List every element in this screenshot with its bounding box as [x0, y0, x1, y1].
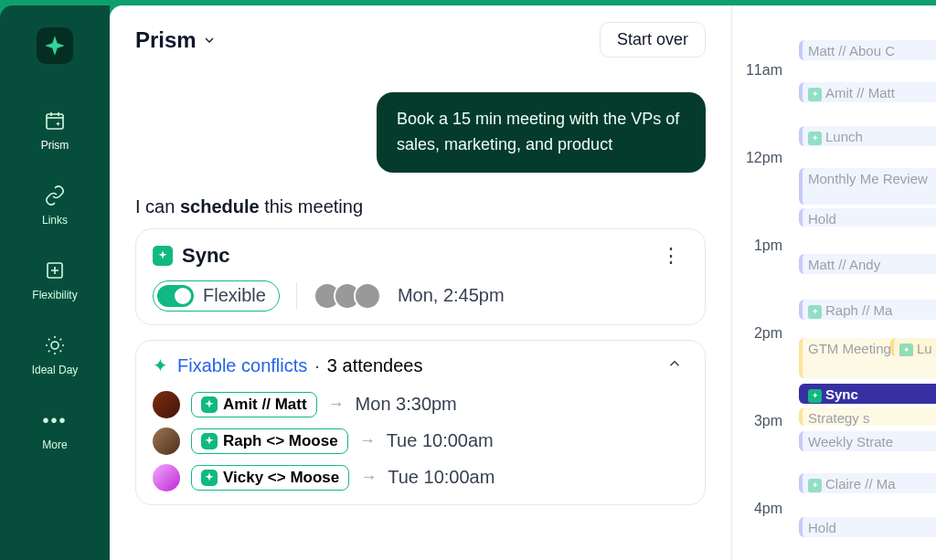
- avatar: [354, 282, 381, 310]
- chevron-down-icon: [202, 33, 217, 48]
- calendar-event[interactable]: Matt // Andy: [799, 254, 936, 274]
- collapse-conflicts-button[interactable]: [661, 354, 688, 378]
- main-header: Prism Start over: [135, 22, 706, 58]
- calendar-day-view[interactable]: Matt // Abou CAmit // MattLunchMonthly M…: [731, 5, 936, 560]
- attendee-count: 3 attendees: [327, 355, 423, 376]
- fixable-conflicts-link[interactable]: Fixable conflicts: [177, 355, 307, 376]
- calendar-event-title: Hold: [808, 211, 836, 227]
- avatar: [153, 391, 180, 418]
- flexible-label: Flexible: [203, 285, 266, 306]
- calendar-event-title: GTM Meeting: [808, 341, 891, 356]
- sparkle-badge-icon: [808, 479, 822, 492]
- flex-icon: [42, 258, 68, 283]
- user-prompt-bubble: Book a 15 min meeting with the VPs of sa…: [377, 92, 706, 173]
- page-title-text: Prism: [135, 27, 197, 53]
- calendar-event[interactable]: Lunch: [799, 126, 936, 146]
- avatar: [153, 464, 180, 491]
- conflict-event-name: Raph <> Moose: [223, 432, 338, 450]
- calendar-event[interactable]: Hold: [799, 208, 936, 227]
- flexible-toggle[interactable]: Flexible: [153, 280, 280, 312]
- sidebar-item-ideal-day[interactable]: Ideal Day: [25, 329, 86, 380]
- calendar-event[interactable]: Matt // Abou C: [799, 40, 936, 60]
- sidebar-item-more[interactable]: ••• More: [35, 404, 75, 455]
- calendar-event-title: Hold: [808, 520, 836, 535]
- calendar-event[interactable]: Amit // Matt: [799, 82, 936, 102]
- meeting-more-menu[interactable]: ⋮: [654, 242, 688, 269]
- arrow-right-icon: →: [359, 431, 376, 450]
- calendar-event-title: Amit // Matt: [825, 85, 895, 100]
- sidebar-item-links[interactable]: Links: [35, 179, 75, 230]
- prism-logo-icon: [43, 34, 67, 58]
- sidebar-item-prism[interactable]: Prism: [34, 104, 77, 155]
- calendar-event[interactable]: Weekly Strate: [799, 431, 936, 451]
- conflict-event-tag[interactable]: Raph <> Moose: [191, 428, 348, 454]
- calendar-event-title: Lunch: [825, 129, 863, 144]
- avatar: [153, 428, 180, 455]
- conflict-event-tag[interactable]: Amit // Matt: [191, 392, 317, 417]
- meeting-suggestion-card[interactable]: Sync ⋮ Flexible Mon, 2:45pm: [135, 228, 706, 325]
- sparkle-badge-icon: [899, 343, 913, 356]
- calendar-event-title: Weekly Strate: [808, 434, 893, 449]
- assistant-response-line: I can schedule this meeting: [135, 196, 706, 217]
- sidebar-item-label: Prism: [41, 139, 69, 152]
- svg-point-2: [51, 342, 58, 349]
- sparkle-badge-icon: [808, 389, 822, 403]
- conflict-new-time: Tue 10:00am: [387, 430, 494, 451]
- sparkle-badge-icon: [808, 88, 822, 101]
- sidebar-item-flexibility[interactable]: Flexibility: [25, 254, 84, 305]
- more-dots-icon: •••: [42, 407, 68, 433]
- sidebar-item-label: Flexibility: [32, 289, 77, 301]
- conflict-event-name: Vicky <> Moose: [223, 469, 339, 487]
- conflicts-card: ✦ Fixable conflicts · 3 attendees Amit /…: [135, 340, 706, 505]
- calendar-event[interactable]: Strategy s: [799, 407, 936, 426]
- calendar-event-title: Matt // Abou C: [808, 43, 895, 58]
- main-panel: Prism Start over Book a 15 min meeting w…: [110, 5, 731, 560]
- calendar-event-title: Raph // Ma: [825, 302, 892, 318]
- sidebar-item-label: Links: [42, 214, 68, 227]
- hour-label: 4pm: [754, 501, 782, 517]
- calendar-event[interactable]: Monthly Me Review: [799, 168, 936, 205]
- calendar-event[interactable]: Lu: [890, 338, 936, 356]
- calendar-event-title: Lu: [917, 341, 932, 356]
- svg-rect-0: [47, 114, 63, 129]
- vertical-divider: [296, 282, 297, 310]
- calendar-event[interactable]: Hold: [799, 517, 936, 537]
- sparkle-badge-icon: [808, 305, 822, 319]
- calendar-event-proposed[interactable]: Sync: [799, 384, 936, 404]
- calendar-event-title: Strategy s: [808, 410, 870, 426]
- sparkle-badge-icon: [153, 246, 173, 266]
- sidebar: Prism Links Flexibility Ideal Day ••• Mo…: [0, 5, 110, 560]
- meeting-title: Sync: [182, 244, 230, 268]
- calendar-event-title: Monthly Me Review: [808, 171, 928, 186]
- sparkle-badge-icon: [808, 132, 822, 145]
- hour-label: 1pm: [754, 238, 782, 254]
- conflict-event-name: Amit // Matt: [223, 396, 307, 414]
- conflict-row[interactable]: Vicky <> Moose→Tue 10:00am: [153, 464, 688, 491]
- hour-label: 3pm: [754, 413, 782, 429]
- conflict-row[interactable]: Raph <> Moose→Tue 10:00am: [153, 428, 688, 455]
- sidebar-item-label: Ideal Day: [32, 364, 79, 376]
- conflict-new-time: Mon 3:30pm: [356, 394, 457, 415]
- calendar-event[interactable]: Claire // Ma: [799, 473, 936, 493]
- conflict-new-time: Tue 10:00am: [388, 467, 495, 488]
- toggle-switch-icon: [157, 285, 194, 307]
- calendar-event[interactable]: Raph // Ma: [799, 300, 936, 320]
- sparkle-badge-icon: [201, 396, 218, 413]
- calendar-sparkle-icon: [42, 108, 68, 133]
- sun-icon: [42, 333, 68, 358]
- conflict-event-tag[interactable]: Vicky <> Moose: [191, 465, 349, 491]
- sidebar-item-label: More: [42, 438, 67, 451]
- start-over-button[interactable]: Start over: [600, 22, 706, 58]
- calendar-event-title: Claire // Ma: [825, 476, 896, 491]
- link-icon: [42, 183, 68, 208]
- meeting-time: Mon, 2:45pm: [398, 285, 505, 306]
- hour-label: 11am: [746, 62, 782, 79]
- dot-separator: ·: [314, 355, 320, 376]
- app-logo: [37, 27, 73, 64]
- arrow-right-icon: →: [360, 468, 377, 487]
- arrow-right-icon: →: [328, 395, 345, 414]
- conflict-row[interactable]: Amit // Matt→Mon 3:30pm: [153, 391, 688, 418]
- page-title-dropdown[interactable]: Prism: [135, 27, 217, 53]
- attendee-avatars[interactable]: [314, 282, 381, 310]
- hour-label: 12pm: [746, 150, 782, 166]
